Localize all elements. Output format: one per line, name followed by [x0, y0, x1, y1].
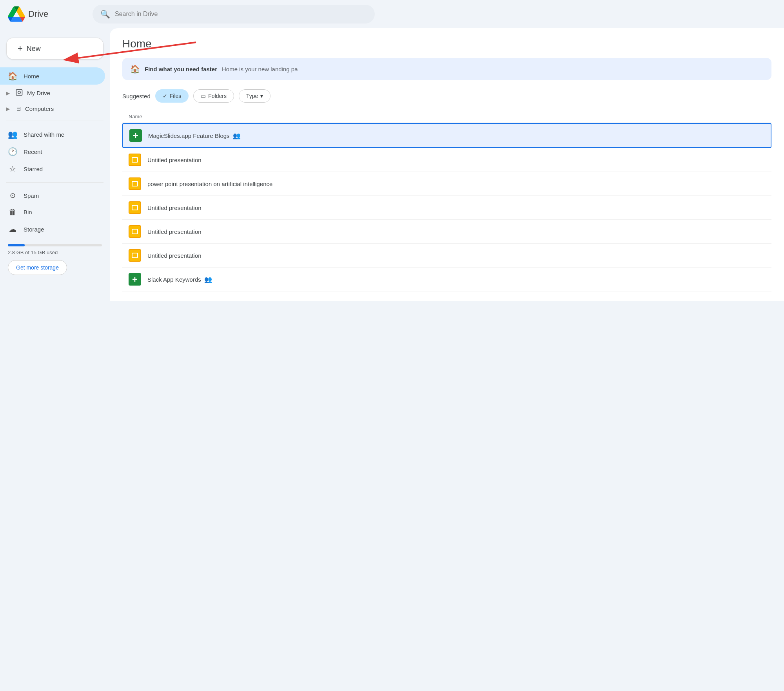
sidebar-item-spam-label: Spam [24, 192, 39, 199]
drive-icon [15, 89, 23, 98]
plus-icon: + [18, 43, 23, 54]
banner-description: Home is your new landing pa [222, 66, 298, 72]
spam-icon: ⊙ [8, 191, 17, 200]
banner-title: Find what you need faster [145, 66, 217, 72]
sidebar-item-home-label: Home [24, 73, 39, 80]
file-icon-green [129, 273, 141, 286]
table-row[interactable]: Untitled presentation [122, 148, 771, 172]
people-icon: 👥 [204, 276, 212, 283]
file-name: MagicSlides.app Feature Blogs 👥 [148, 132, 241, 139]
file-icon-yellow [129, 177, 141, 190]
sidebar-item-recent-label: Recent [24, 148, 42, 155]
main-layout: + New 🏠 Home ▶ My Drive [0, 28, 784, 301]
checkmark-icon: ✓ [163, 93, 167, 99]
sidebar-item-spam[interactable]: ⊙ Spam [0, 187, 105, 204]
filter-folders-label: Folders [208, 93, 227, 99]
filter-label: Suggested [122, 93, 151, 99]
storage-used-text: 2.8 GB of 15 GB used [8, 250, 102, 255]
sidebar-item-my-drive-label: My Drive [27, 90, 50, 96]
sidebar-item-shared-label: Shared with me [24, 131, 64, 138]
home-icon: 🏠 [8, 71, 17, 81]
sidebar-divider-2 [6, 182, 103, 183]
sidebar-item-home[interactable]: 🏠 Home [0, 67, 105, 85]
file-icon-green [129, 129, 142, 142]
table-row[interactable]: power point presentation on artificial i… [122, 172, 771, 196]
table-row[interactable]: Slack App Keywords 👥 [122, 268, 771, 291]
new-button-label: New [27, 45, 41, 53]
svg-rect-7 [132, 181, 138, 186]
search-bar[interactable]: 🔍 [93, 5, 375, 24]
filter-type-label: Type [246, 93, 258, 99]
filter-files-label: Files [170, 93, 181, 99]
get-more-storage-button[interactable]: Get more storage [8, 260, 67, 275]
header: Drive 🔍 [0, 0, 784, 28]
sidebar-item-my-drive[interactable]: ▶ My Drive [0, 85, 105, 101]
file-name: Untitled presentation [147, 252, 201, 259]
shared-icon: 👥 [8, 130, 17, 139]
svg-rect-8 [132, 205, 138, 210]
table-row[interactable]: Untitled presentation [122, 196, 771, 220]
filter-row: Suggested ✓ Files ▭ Folders Type ▾ [122, 89, 771, 103]
search-icon: 🔍 [100, 9, 110, 19]
file-name: Untitled presentation [147, 157, 201, 163]
recent-icon: 🕐 [8, 147, 17, 156]
sidebar-item-recent[interactable]: 🕐 Recent [0, 143, 105, 160]
page-title: Home [122, 38, 771, 50]
sidebar-item-starred-label: Starred [24, 166, 43, 172]
svg-rect-10 [132, 253, 138, 258]
filter-files-button[interactable]: ✓ Files [155, 89, 189, 103]
files-table: Name MagicSlides.app Feature Blogs 👥 [122, 110, 771, 291]
sidebar-divider-1 [6, 121, 103, 121]
table-header: Name [122, 110, 771, 123]
computer-icon: 🖥 [15, 105, 21, 112]
filter-folders-button[interactable]: ▭ Folders [193, 89, 234, 103]
svg-point-3 [18, 91, 21, 94]
sidebar-item-shared-with-me[interactable]: 👥 Shared with me [0, 126, 105, 143]
people-icon: 👥 [233, 132, 241, 139]
sidebar-item-computers-label: Computers [25, 105, 54, 112]
table-row[interactable]: MagicSlides.app Feature Blogs 👥 [122, 123, 771, 148]
arrow-icon-computers: ▶ [6, 106, 10, 112]
file-icon-yellow [129, 154, 141, 166]
sidebar-item-starred[interactable]: ☆ Starred [0, 160, 105, 177]
storage-bar-fill [8, 244, 25, 246]
filter-type-button[interactable]: Type ▾ [239, 89, 270, 103]
storage-section: 2.8 GB of 15 GB used Get more storage [0, 238, 110, 281]
new-button[interactable]: + New [6, 38, 103, 60]
info-banner: 🏠 Find what you need faster Home is your… [122, 58, 771, 80]
file-name: Slack App Keywords 👥 [147, 276, 212, 283]
main-content: Home 🏠 Find what you need faster Home is… [110, 28, 784, 301]
storage-bar-container [8, 244, 102, 246]
bin-icon: 🗑 [8, 208, 17, 217]
file-name: Untitled presentation [147, 204, 201, 211]
sidebar-item-storage[interactable]: ☁ Storage [0, 221, 105, 238]
svg-rect-9 [132, 229, 138, 234]
file-icon-yellow [129, 249, 141, 262]
svg-rect-2 [16, 90, 22, 96]
sidebar-item-bin[interactable]: 🗑 Bin [0, 204, 105, 221]
arrow-icon: ▶ [6, 90, 10, 96]
starred-icon: ☆ [8, 164, 17, 174]
file-icon-yellow [129, 201, 141, 214]
file-icon-yellow [129, 225, 141, 238]
folder-icon-small: ▭ [201, 93, 206, 99]
sidebar: + New 🏠 Home ▶ My Drive [0, 28, 110, 301]
table-row[interactable]: Untitled presentation [122, 244, 771, 268]
google-drive-logo [8, 5, 25, 23]
sidebar-item-storage-label: Storage [24, 226, 44, 233]
file-name: Untitled presentation [147, 228, 201, 235]
svg-rect-6 [132, 157, 138, 162]
file-name: power point presentation on artificial i… [147, 181, 272, 187]
table-row[interactable]: Untitled presentation [122, 220, 771, 244]
chevron-down-icon: ▾ [260, 93, 263, 99]
app-title: Drive [28, 9, 48, 19]
sidebar-item-bin-label: Bin [24, 209, 32, 215]
banner-home-icon: 🏠 [130, 64, 140, 74]
sidebar-item-computers[interactable]: ▶ 🖥 Computers [0, 101, 105, 116]
search-input[interactable] [115, 11, 367, 18]
logo-area: Drive [8, 5, 86, 23]
storage-icon: ☁ [8, 224, 17, 234]
